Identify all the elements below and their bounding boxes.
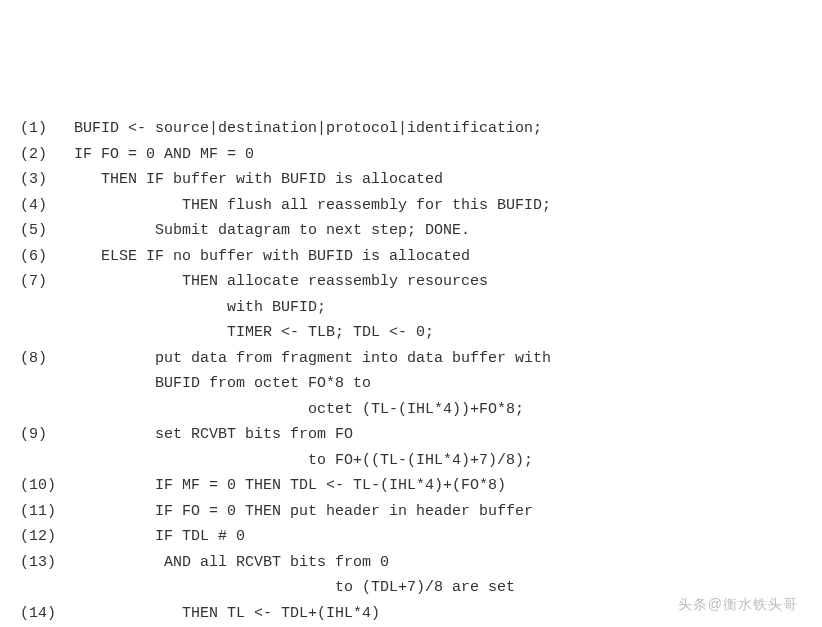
line-number: (6) (20, 244, 74, 270)
line-content: IF MF = 0 THEN TDL <- TL-(IHL*4)+(FO*8) (74, 473, 506, 499)
line-number: (7) (20, 269, 74, 295)
line-number: (12) (20, 524, 74, 550)
line-content: THEN IF buffer with BUFID is allocated (74, 167, 443, 193)
line-number: (10) (20, 473, 74, 499)
code-line: (3) THEN IF buffer with BUFID is allocat… (20, 167, 802, 193)
code-line: (7) THEN allocate reassembly resources (20, 269, 802, 295)
code-line: (12) IF TDL # 0 (20, 524, 802, 550)
line-content: AND all RCVBT bits from 0 (74, 550, 389, 576)
code-line: TIMER <- TLB; TDL <- 0; (20, 320, 802, 346)
line-number: (8) (20, 346, 74, 372)
line-content: to (TDL+7)/8 are set (74, 575, 515, 601)
line-content: BUFID <- source|destination|protocol|ide… (74, 116, 542, 142)
line-number: (14) (20, 601, 74, 627)
code-line: (1)BUFID <- source|destination|protocol|… (20, 116, 802, 142)
code-line: BUFID from octet FO*8 to (20, 371, 802, 397)
code-line: (4) THEN flush all reassembly for this B… (20, 193, 802, 219)
code-line: (2)IF FO = 0 AND MF = 0 (20, 142, 802, 168)
code-line: (14) THEN TL <- TDL+(IHL*4) (20, 601, 802, 627)
code-line: (6) ELSE IF no buffer with BUFID is allo… (20, 244, 802, 270)
line-content: TIMER <- TLB; TDL <- 0; (74, 320, 434, 346)
line-number: (2) (20, 142, 74, 168)
line-number: (3) (20, 167, 74, 193)
code-line: to (TDL+7)/8 are set (20, 575, 802, 601)
pseudocode-block: (1)BUFID <- source|destination|protocol|… (20, 116, 802, 627)
code-line: (13) AND all RCVBT bits from 0 (20, 550, 802, 576)
code-line: to FO+((TL-(IHL*4)+7)/8); (20, 448, 802, 474)
code-line: (11) IF FO = 0 THEN put header in header… (20, 499, 802, 525)
code-line: (9) set RCVBT bits from FO (20, 422, 802, 448)
code-line: (5) Submit datagram to next step; DONE. (20, 218, 802, 244)
line-content: THEN allocate reassembly resources (74, 269, 488, 295)
line-content: with BUFID; (74, 295, 326, 321)
code-line: (10) IF MF = 0 THEN TDL <- TL-(IHL*4)+(F… (20, 473, 802, 499)
line-number: (9) (20, 422, 74, 448)
line-content: Submit datagram to next step; DONE. (74, 218, 470, 244)
code-line: with BUFID; (20, 295, 802, 321)
line-content: THEN TL <- TDL+(IHL*4) (74, 601, 380, 627)
line-content: octet (TL-(IHL*4))+FO*8; (74, 397, 524, 423)
line-content: IF TDL # 0 (74, 524, 245, 550)
line-number: (13) (20, 550, 74, 576)
line-content: ELSE IF no buffer with BUFID is allocate… (74, 244, 470, 270)
line-content: IF FO = 0 THEN put header in header buff… (74, 499, 533, 525)
line-content: set RCVBT bits from FO (74, 422, 353, 448)
line-number: (11) (20, 499, 74, 525)
line-content: put data from fragment into data buffer … (74, 346, 551, 372)
code-line: (8) put data from fragment into data buf… (20, 346, 802, 372)
line-content: to FO+((TL-(IHL*4)+7)/8); (74, 448, 533, 474)
line-content: THEN flush all reassembly for this BUFID… (74, 193, 551, 219)
line-number: (5) (20, 218, 74, 244)
line-number: (1) (20, 116, 74, 142)
line-content: BUFID from octet FO*8 to (74, 371, 371, 397)
code-line: octet (TL-(IHL*4))+FO*8; (20, 397, 802, 423)
line-content: IF FO = 0 AND MF = 0 (74, 142, 254, 168)
line-number: (4) (20, 193, 74, 219)
